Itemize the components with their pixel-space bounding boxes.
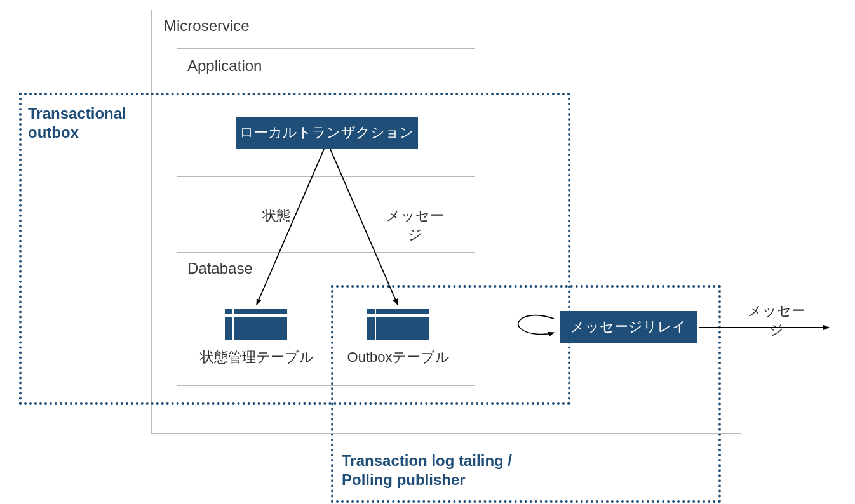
state-table-label: 状態管理テーブル [195,348,319,367]
message-relay-box: メッセージリレイ [560,311,697,343]
local-transaction-label: ローカルトランザクション [239,123,414,142]
database-title: Database [187,260,253,277]
log-tailing-title: Transaction log tailing / Polling publis… [342,451,512,489]
application-title: Application [187,57,262,75]
outbox-table-icon [367,309,429,340]
local-transaction-box: ローカルトランザクション [236,117,418,149]
state-table-icon [225,309,287,340]
diagram-canvas: Microservice Application ローカルトランザクション Da… [0,0,855,504]
message-arrow-label: メッセージ [380,206,450,244]
out-message-label: メッセージ [741,302,811,340]
microservice-title: Microservice [164,17,250,35]
state-arrow-label: 状態 [257,206,295,225]
outbox-table-label: Outboxテーブル [346,348,451,367]
transactional-outbox-title: Transactional outbox [28,104,126,142]
message-relay-label: メッセージリレイ [570,317,687,336]
